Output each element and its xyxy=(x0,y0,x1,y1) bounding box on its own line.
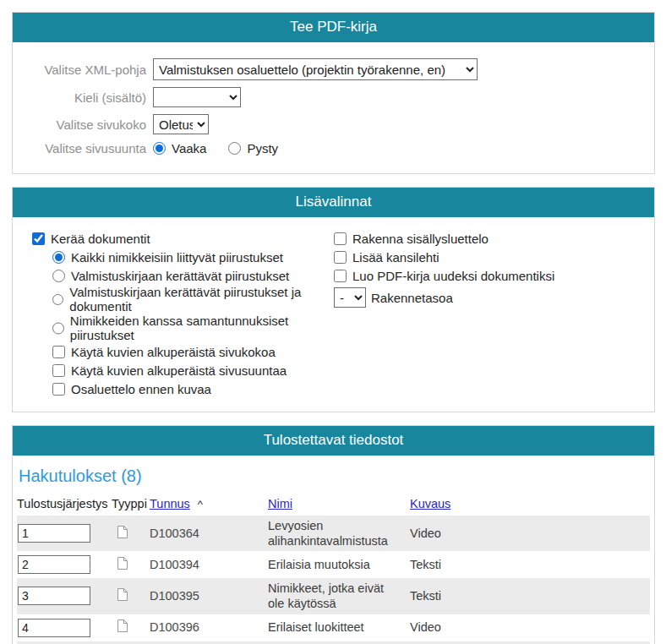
add-cover-page-checkbox[interactable] xyxy=(334,251,347,264)
column-header-nimi: Nimi xyxy=(268,497,410,510)
create-pdf-as-new-document-option[interactable]: Luo PDF-kirja uudeksi dokumentiksi xyxy=(334,269,554,283)
document-icon xyxy=(117,619,128,633)
table-header-row: Tulostusjärjestys Tyyppi Tunnus^ Nimi Ku… xyxy=(17,497,650,516)
tunnus-cell: D100394 xyxy=(150,554,268,575)
tunnus-sort-link[interactable]: Tunnus xyxy=(150,497,190,510)
options-left-column: Kerää dokumentit Kaikki nimikkeisiin lii… xyxy=(13,229,334,398)
print-order-input[interactable] xyxy=(18,619,90,637)
original-page-size-checkbox[interactable] xyxy=(52,346,65,358)
form-row-page-size: Valitse sivukoko Oletus xyxy=(13,114,654,134)
nimi-sort-link[interactable]: Nimi xyxy=(268,497,292,510)
table-row: D100398 Fillari-konfiguraattorin ohje St… xyxy=(17,641,650,644)
kuvaus-cell: Video xyxy=(410,523,650,543)
form-row-xml-template: Valitse XML-pohja Valmistuksen osaluette… xyxy=(13,58,654,80)
column-header-tunnus: Tunnus^ xyxy=(150,497,268,510)
orientation-vaaka-radio[interactable] xyxy=(153,142,166,155)
collect-documents-option[interactable]: Kerää dokumentit xyxy=(32,232,150,246)
orientation-option-pysty[interactable]: Pysty xyxy=(228,141,278,156)
language-select[interactable] xyxy=(153,87,241,107)
table-row: D100395 Nimikkeet, jotka eivät ole käytö… xyxy=(17,578,650,615)
order-cell xyxy=(17,584,112,608)
drawing-option-same-id-radio[interactable] xyxy=(52,322,64,335)
document-icon xyxy=(117,587,128,602)
column-header-tulostusjarjestys: Tulostusjärjestys xyxy=(17,497,112,510)
original-page-size-option[interactable]: Käytä kuvien alkuperäistä sivukokoa xyxy=(52,345,276,359)
panel-tulostettavat-tiedostot: Tulostettavat tiedostot Hakutulokset (8)… xyxy=(12,425,655,644)
orientation-vaaka-label: Vaaka xyxy=(172,141,206,156)
options-right-column: Rakenna sisällysluettelo Lisää kansileht… xyxy=(334,229,654,398)
parts-list-before-image-checkbox[interactable] xyxy=(52,383,65,396)
drawing-option-book-drawings[interactable]: Valmistuskirjaan kerättävät piirustukset xyxy=(52,269,289,283)
type-cell xyxy=(112,554,150,576)
type-cell xyxy=(112,585,150,608)
panel-tee-pdf-kirja: Tee PDF-kirja Valitse XML-pohja Valmistu… xyxy=(12,12,655,174)
orientation-label: Valitse sivusuunta xyxy=(13,141,153,156)
original-orientation-option[interactable]: Käytä kuvien alkuperäistä sivusuuntaa xyxy=(52,363,287,378)
structure-level-select[interactable]: - xyxy=(334,287,366,308)
drawing-option-book-drawings-label: Valmistuskirjaan kerättävät piirustukset xyxy=(71,269,289,283)
drawing-option-all-items-radio[interactable] xyxy=(52,251,65,264)
nimi-cell: Erilaiset luokitteet xyxy=(268,617,410,637)
kuvaus-cell: Video xyxy=(410,617,650,637)
xml-template-select[interactable]: Valmistuksen osaluettelo (projektin työr… xyxy=(153,58,478,80)
column-header-kuvaus: Kuvaus xyxy=(410,497,650,510)
nimi-cell: Fillari-konfiguraattorin ohje xyxy=(268,641,410,644)
xml-template-label: Valitse XML-pohja xyxy=(13,63,153,77)
panel-title-tee-pdf-kirja: Tee PDF-kirja xyxy=(13,13,654,42)
form-row-orientation: Valitse sivusuunta Vaaka Pysty xyxy=(13,141,654,156)
drawing-option-all-items-label: Kaikki nimikkeisiin liittyvät piirustuks… xyxy=(71,250,283,265)
kuvaus-cell: Teksti xyxy=(410,554,650,575)
results-heading: Hakutulokset (8) xyxy=(19,467,650,486)
print-order-input[interactable] xyxy=(18,524,90,543)
add-cover-page-option[interactable]: Lisää kansilehti xyxy=(334,250,439,265)
add-cover-page-label: Lisää kansilehti xyxy=(352,250,439,265)
panel-lisavalinnat: Lisävalinnat Kerää dokumentit Kaikki nim… xyxy=(12,187,655,412)
page-size-select[interactable]: Oletus xyxy=(153,114,209,134)
build-toc-checkbox[interactable] xyxy=(334,232,347,245)
create-pdf-as-new-document-checkbox[interactable] xyxy=(334,270,347,282)
print-order-input[interactable] xyxy=(18,555,90,574)
table-row: D100394 Erilaisia muutoksia Teksti xyxy=(17,553,650,578)
nimi-cell: Levyosien alihankintavalmistusta xyxy=(268,516,410,551)
print-order-input[interactable] xyxy=(18,587,90,605)
nimi-cell: Nimikkeet, jotka eivät ole käytössä xyxy=(268,578,410,614)
collect-documents-checkbox[interactable] xyxy=(32,232,45,245)
document-icon xyxy=(117,556,128,570)
build-toc-option[interactable]: Rakenna sisällysluettelo xyxy=(334,232,489,246)
orientation-radio-group: Vaaka Pysty xyxy=(153,141,278,156)
panel-title-lisavalinnat: Lisävalinnat xyxy=(13,188,654,217)
document-icon xyxy=(117,525,128,539)
drawing-option-book-drawings-docs-radio[interactable] xyxy=(52,293,63,306)
original-page-size-label: Käytä kuvien alkuperäistä sivukokoa xyxy=(71,345,276,359)
tunnus-cell: D100396 xyxy=(150,617,268,637)
drawing-option-book-drawings-radio[interactable] xyxy=(52,270,65,282)
drawing-options-group: Kaikki nimikkeisiin liittyvät piirustuks… xyxy=(52,248,334,398)
kuvaus-cell: Step-by-step ohje polkupyöräkonfiguraatt… xyxy=(410,641,650,644)
drawing-option-same-id[interactable]: Nimikkeiden kanssa samantunnuksiset piir… xyxy=(52,314,334,342)
orientation-option-vaaka[interactable]: Vaaka xyxy=(153,141,206,156)
table-row: D100396 Erilaiset luokitteet Video xyxy=(17,616,650,641)
original-orientation-label: Käytä kuvien alkuperäistä sivusuuntaa xyxy=(71,363,287,378)
orientation-pysty-label: Pysty xyxy=(247,141,278,156)
create-pdf-as-new-document-label: Luo PDF-kirja uudeksi dokumentiksi xyxy=(352,269,554,283)
original-orientation-checkbox[interactable] xyxy=(52,364,65,377)
build-toc-label: Rakenna sisällysluettelo xyxy=(352,232,489,246)
language-label: Kieli (sisältö) xyxy=(13,90,153,105)
kuvaus-cell: Teksti xyxy=(410,586,650,606)
page-size-label: Valitse sivukoko xyxy=(13,117,153,132)
column-header-tyyppi: Tyyppi xyxy=(112,497,150,510)
drawing-option-all-items[interactable]: Kaikki nimikkeisiin liittyvät piirustuks… xyxy=(52,250,283,265)
order-cell xyxy=(17,553,112,576)
page: Tee PDF-kirja Valitse XML-pohja Valmistu… xyxy=(0,0,666,644)
form-row-language: Kieli (sisältö) xyxy=(13,87,654,107)
panel-title-tulostettavat-tiedostot: Tulostettavat tiedostot xyxy=(13,426,654,456)
orientation-pysty-radio[interactable] xyxy=(228,142,241,155)
collect-documents-label: Kerää dokumentit xyxy=(51,232,150,246)
pdf-form: Valitse XML-pohja Valmistuksen osaluette… xyxy=(13,42,654,173)
parts-list-before-image-option[interactable]: Osaluettelo ennen kuvaa xyxy=(52,382,211,396)
parts-list-before-image-label: Osaluettelo ennen kuvaa xyxy=(71,382,211,396)
options-body: Kerää dokumentit Kaikki nimikkeisiin lii… xyxy=(13,217,654,412)
kuvaus-sort-link[interactable]: Kuvaus xyxy=(410,497,450,510)
nimi-cell: Erilaisia muutoksia xyxy=(268,554,410,575)
drawing-option-book-drawings-docs[interactable]: Valmistuskirjaan kerättävät piirustukset… xyxy=(52,285,334,314)
